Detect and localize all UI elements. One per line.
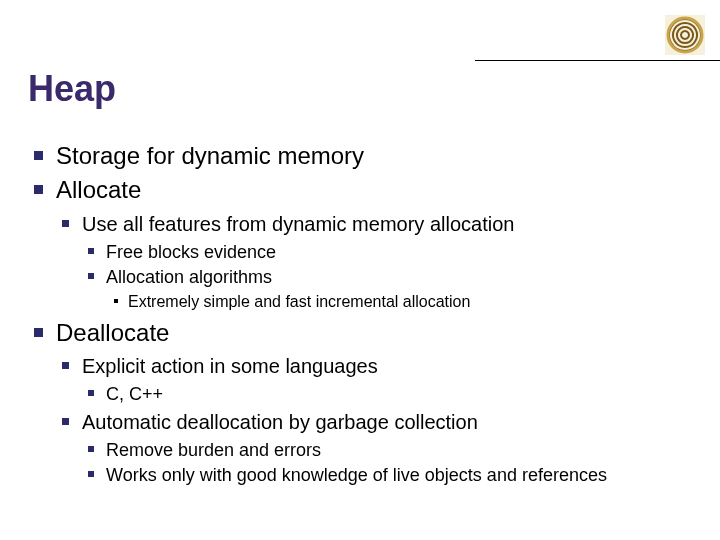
bullet-text: Explicit action in some languages	[82, 355, 378, 377]
bullet-l3: Remove burden and errors	[82, 438, 700, 462]
bullet-l4: Extremely simple and fast incremental al…	[106, 291, 700, 313]
bullet-text: Allocation algorithms	[106, 267, 272, 287]
svg-rect-0	[665, 15, 705, 55]
slide-body: Storage for dynamic memory Allocate Use …	[30, 140, 700, 489]
spiral-shell-icon	[665, 15, 705, 55]
bullet-text: Automatic deallocation by garbage collec…	[82, 411, 478, 433]
bullet-l1: Storage for dynamic memory	[30, 140, 700, 172]
bullet-text: Use all features from dynamic memory all…	[82, 213, 514, 235]
slide: Heap Storage for dynamic memory Allocate…	[0, 0, 720, 540]
bullet-l1: Deallocate Explicit action in some langu…	[30, 317, 700, 487]
bullet-l3: Allocation algorithms Extremely simple a…	[82, 265, 700, 313]
bullet-l3: Works only with good knowledge of live o…	[82, 463, 700, 487]
bullet-l2: Automatic deallocation by garbage collec…	[56, 409, 700, 488]
bullet-l2: Use all features from dynamic memory all…	[56, 211, 700, 313]
bullet-l3: Free blocks evidence	[82, 240, 700, 264]
horizontal-rule	[475, 60, 720, 61]
bullet-l1: Allocate Use all features from dynamic m…	[30, 174, 700, 313]
slide-title: Heap	[28, 68, 116, 110]
bullet-text: Deallocate	[56, 319, 169, 346]
bullet-text: Allocate	[56, 176, 141, 203]
bullet-l3: C, C++	[82, 382, 700, 406]
bullet-l2: Explicit action in some languages C, C++	[56, 353, 700, 406]
